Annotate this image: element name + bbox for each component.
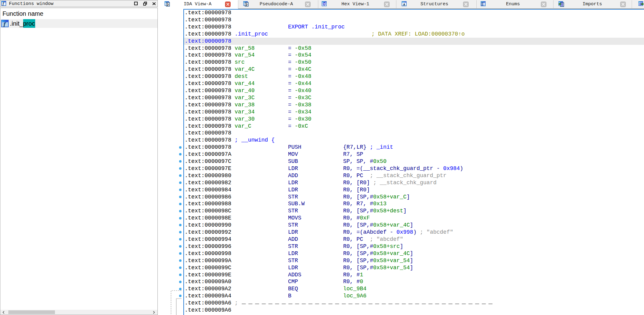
svg-text:A: A	[403, 2, 405, 6]
